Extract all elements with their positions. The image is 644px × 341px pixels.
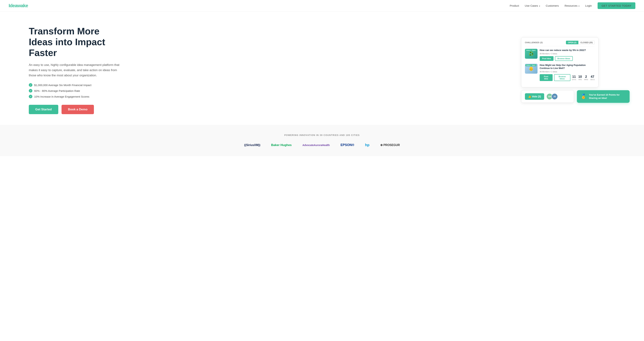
challenge-actions-1: Post Idea Browse Ideas bbox=[540, 56, 595, 61]
book-demo-button[interactable]: Book a Demo bbox=[62, 105, 94, 114]
logo-prosegur: ⊕ PROSEGUR bbox=[380, 143, 400, 147]
logo-hp: hp bbox=[365, 143, 369, 147]
challenge-title-1: How can we reduce waste by 5% in 2022? bbox=[540, 49, 595, 52]
vote-card: 👍 Vote (3) SM JD bbox=[521, 90, 574, 103]
post-idea-button-1[interactable]: Post Idea bbox=[540, 56, 554, 61]
logo-siriusxm: ((SiriusXM)) bbox=[244, 144, 260, 147]
nav-product[interactable]: Product bbox=[510, 4, 519, 7]
use-cases-dropdown-icon: ▾ bbox=[539, 5, 540, 7]
challenge-title-2: How Might we Help Our Aging Population C… bbox=[540, 64, 595, 70]
logos-title: POWERING INNOVATION IN 39 COUNTRIES AND … bbox=[14, 134, 630, 136]
nav-login[interactable]: Login bbox=[585, 4, 592, 7]
hero-bullets-list: $1,000,000 Average Six Month Financial I… bbox=[29, 83, 122, 98]
bullet-participation: 60% - 80% Average Participation Rate bbox=[29, 89, 122, 93]
hero-text-block: Transform More Ideas into Impact Faster … bbox=[29, 26, 122, 114]
get-started-cta-button[interactable]: GET STARTED TODAY bbox=[598, 2, 635, 9]
countdown: 11 DAYS 10 HRS 2 MINS bbox=[572, 75, 595, 81]
vote-button[interactable]: 👍 Vote (3) bbox=[525, 93, 544, 100]
tab-open[interactable]: OPEN (2) bbox=[566, 41, 578, 44]
challenge-thumb-2: 👴 Status - Open bbox=[525, 64, 538, 74]
hero-visuals: CHALLENGES (2) OPEN (2) CLOSED (25) ♻️ S… bbox=[521, 37, 630, 103]
logos-row: ((SiriusXM)) Baker Hughes AdvocateAurora… bbox=[14, 143, 630, 147]
status-badge-2: Status - Open bbox=[526, 64, 536, 66]
challenge-info-2: How Might we Help Our Aging Population C… bbox=[540, 64, 595, 81]
navigation: Ideawake Product Use Cases ▾ Customers R… bbox=[0, 0, 644, 12]
nav-use-cases[interactable]: Use Cases ▾ bbox=[525, 4, 540, 7]
countdown-hrs: 10 HRS bbox=[578, 75, 582, 81]
resources-dropdown-icon: ▾ bbox=[578, 5, 580, 7]
countdown-mins: 2 MINS bbox=[584, 75, 588, 81]
recycle-icon: ♻️ bbox=[529, 52, 534, 56]
nav-customers[interactable]: Customers bbox=[546, 4, 559, 7]
hero-subtext: An easy to use, highly configurable idea… bbox=[29, 63, 122, 78]
check-icon-2 bbox=[29, 89, 32, 93]
challenge-meta-2: All Members • 1 Ideas bbox=[540, 71, 595, 73]
check-icon-1 bbox=[29, 83, 32, 87]
challenge-thumb-1: ♻️ Status - Open bbox=[525, 49, 538, 59]
challenge-card: CHALLENGES (2) OPEN (2) CLOSED (25) ♻️ S… bbox=[521, 37, 598, 87]
logo-bakerhughes: Baker Hughes bbox=[271, 143, 292, 147]
avatars: SM JD bbox=[546, 93, 558, 100]
logo-epson: EPSON® bbox=[340, 143, 354, 147]
logo: Ideawake bbox=[9, 3, 28, 9]
medal-icon: 🏅 bbox=[580, 94, 586, 99]
get-started-button[interactable]: Get Started bbox=[29, 105, 58, 114]
points-text: You've Earned 10 Points for Sharing an I… bbox=[589, 93, 626, 100]
challenge-item-1: ♻️ Status - Open How can we reduce waste… bbox=[525, 49, 595, 61]
tab-group: OPEN (2) CLOSED (25) bbox=[566, 41, 595, 44]
points-card: 🏅 You've Earned 10 Points for Sharing an… bbox=[577, 90, 630, 103]
hero-section: Transform More Ideas into Impact Faster … bbox=[0, 12, 644, 125]
status-badge-1: Status - Open bbox=[526, 49, 536, 51]
nav-resources[interactable]: Resources ▾ bbox=[564, 4, 580, 7]
countdown-days: 11 DAYS bbox=[572, 75, 576, 81]
nav-links: Product Use Cases ▾ Customers Resources … bbox=[510, 2, 635, 9]
challenge-actions-2: Post Idea Browse Ideas 11 DAYS 10 HRS bbox=[540, 74, 595, 81]
challenge-info-1: How can we reduce waste by 5% in 2022? A… bbox=[540, 49, 595, 61]
hero-buttons: Get Started Book a Demo bbox=[29, 105, 122, 114]
tab-closed[interactable]: CLOSED (25) bbox=[578, 41, 594, 44]
bullet-engagement: 10% Increase in Average Engagement Score… bbox=[29, 95, 122, 98]
card-header: CHALLENGES (2) OPEN (2) CLOSED (25) bbox=[525, 41, 595, 46]
aging-icon: 👴 bbox=[529, 67, 534, 71]
challenge-item-2: 👴 Status - Open How Might we Help Our Ag… bbox=[525, 64, 595, 81]
post-idea-button-2[interactable]: Post Idea bbox=[540, 74, 552, 81]
challenges-title: CHALLENGES (2) bbox=[525, 42, 543, 44]
browse-ideas-button-1[interactable]: Browse Ideas bbox=[555, 56, 573, 61]
challenge-meta-1: All Members • 3 Ideas bbox=[540, 53, 595, 55]
countdown-secs: 47 SECS bbox=[590, 75, 595, 81]
bottom-row: 👍 Vote (3) SM JD 🏅 You've Earned 10 Poin… bbox=[521, 90, 630, 103]
check-icon-3 bbox=[29, 95, 32, 98]
logo-aurora: AdvocateAuroraHealth bbox=[302, 144, 330, 147]
avatar-jd: JD bbox=[551, 93, 558, 100]
browse-ideas-button-2[interactable]: Browse Ideas bbox=[554, 74, 570, 81]
bullet-financial: $1,000,000 Average Six Month Financial I… bbox=[29, 83, 122, 87]
hero-headline: Transform More Ideas into Impact Faster bbox=[29, 26, 122, 58]
logos-section: POWERING INNOVATION IN 39 COUNTRIES AND … bbox=[0, 125, 644, 156]
